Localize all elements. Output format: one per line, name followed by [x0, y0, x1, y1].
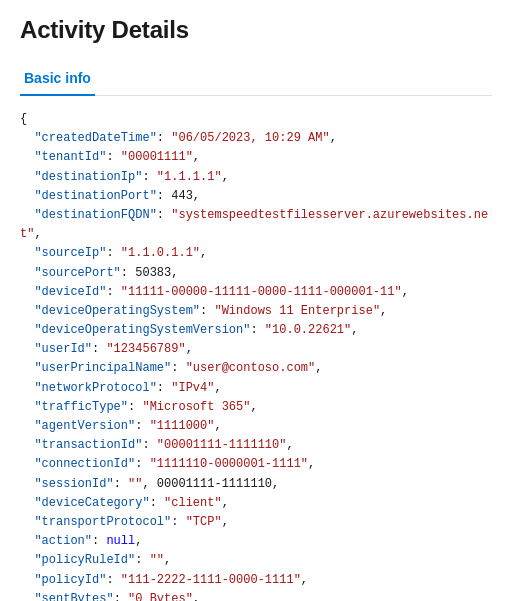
- activity-details-panel: Activity Details Basic info { "createdDa…: [0, 0, 512, 601]
- json-content: { "createdDateTime": "06/05/2023, 10:29 …: [20, 110, 492, 601]
- tab-basic-info[interactable]: Basic info: [20, 64, 95, 96]
- tabs-bar: Basic info: [20, 64, 492, 96]
- page-title: Activity Details: [20, 16, 492, 44]
